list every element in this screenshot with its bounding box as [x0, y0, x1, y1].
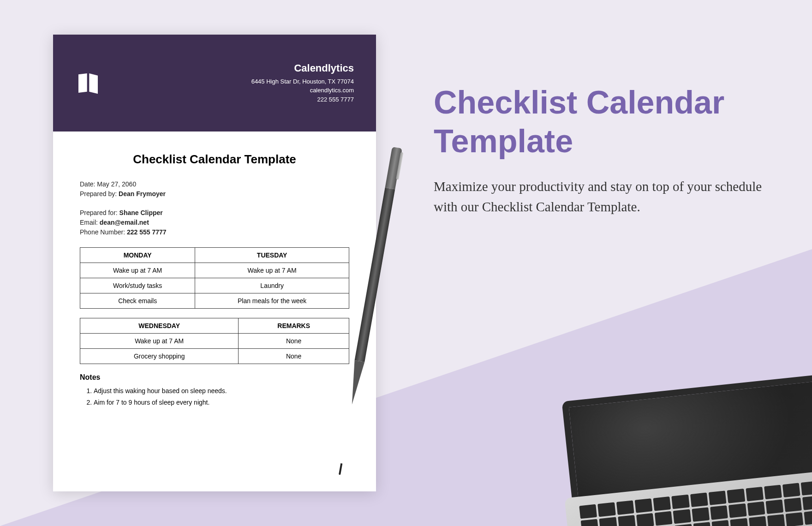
- prepared-for-line: Prepared for: Shane Clipper: [80, 209, 349, 216]
- table2-cell: Wake up at 7 AM: [80, 334, 239, 349]
- table2-cell: None: [239, 349, 349, 364]
- phone-label: Phone Number:: [80, 228, 125, 236]
- prepared-for-label: Prepared for:: [80, 209, 118, 216]
- email-line: Email: dean@email.net: [80, 219, 349, 226]
- prepared-by-line: Prepared by: Dean Frymoyer: [80, 190, 349, 197]
- table-row: Check emails Plan meals for the week: [80, 293, 349, 309]
- date-value: May 27, 2060: [97, 180, 136, 188]
- prepared-by-value: Dean Frymoyer: [119, 190, 166, 197]
- table1-header-0: MONDAY: [80, 248, 195, 263]
- company-website: calendlytics.com: [251, 86, 354, 95]
- checklist-table-1: MONDAY TUESDAY Wake up at 7 AM Wake up a…: [80, 247, 349, 309]
- table-row: Wake up at 7 AM Wake up at 7 AM: [80, 263, 349, 278]
- company-phone: 222 555 7777: [251, 95, 354, 104]
- table1-cell: Wake up at 7 AM: [80, 263, 195, 278]
- table-row: Grocery shopping None: [80, 349, 349, 364]
- notes-heading: Notes: [80, 373, 349, 382]
- table-row: Work/study tasks Laundry: [80, 278, 349, 293]
- table1-header-1: TUESDAY: [195, 248, 349, 263]
- info-section-2: Prepared for: Shane Clipper Email: dean@…: [80, 209, 349, 236]
- checklist-table-2: WEDNESDAY REMARKS Wake up at 7 AM None G…: [80, 318, 349, 364]
- phone-line: Phone Number: 222 555 7777: [80, 228, 349, 236]
- table1-cell: Work/study tasks: [80, 278, 195, 293]
- phone-value: 222 555 7777: [127, 228, 167, 236]
- table1-cell: Laundry: [195, 278, 349, 293]
- hero-text-block: Checklist Calendar Template Maximize you…: [434, 83, 784, 217]
- table1-cell: Wake up at 7 AM: [195, 263, 349, 278]
- date-label: Date:: [80, 180, 95, 188]
- table2-header-1: REMARKS: [239, 318, 349, 334]
- laptop-decoration: [563, 374, 812, 526]
- notes-list: Adjust this waking hour based on sleep n…: [80, 385, 349, 408]
- hero-title: Checklist Calendar Template: [434, 83, 784, 161]
- note-item: Adjust this waking hour based on sleep n…: [94, 385, 349, 397]
- hero-description: Maximize your productivity and stay on t…: [434, 177, 784, 217]
- document-body: Checklist Calendar Template Date: May 27…: [53, 132, 376, 429]
- date-line: Date: May 27, 2060: [80, 180, 349, 188]
- note-item: Aim for 7 to 9 hours of sleep every nigh…: [94, 397, 349, 408]
- document-header: Calendlytics 6445 High Star Dr, Houston,…: [53, 35, 376, 132]
- table1-cell: Plan meals for the week: [195, 293, 349, 309]
- info-section-1: Date: May 27, 2060 Prepared by: Dean Fry…: [80, 180, 349, 197]
- table2-cell: None: [239, 334, 349, 349]
- company-address: 6445 High Star Dr, Houston, TX 77074: [251, 77, 354, 86]
- prepared-for-value: Shane Clipper: [119, 209, 163, 216]
- email-value: dean@email.net: [100, 219, 149, 226]
- table2-cell: Grocery shopping: [80, 349, 239, 364]
- email-label: Email:: [80, 219, 98, 226]
- book-icon: [75, 70, 101, 96]
- table-row: Wake up at 7 AM None: [80, 334, 349, 349]
- prepared-by-label: Prepared by:: [80, 190, 117, 197]
- notes-section: Notes Adjust this waking hour based on s…: [80, 373, 349, 408]
- table2-header-0: WEDNESDAY: [80, 318, 239, 334]
- document-title: Checklist Calendar Template: [80, 152, 349, 167]
- company-info: Calendlytics 6445 High Star Dr, Houston,…: [251, 62, 354, 104]
- company-name: Calendlytics: [251, 62, 354, 74]
- document-preview: Calendlytics 6445 High Star Dr, Houston,…: [53, 35, 376, 491]
- table1-cell: Check emails: [80, 293, 195, 309]
